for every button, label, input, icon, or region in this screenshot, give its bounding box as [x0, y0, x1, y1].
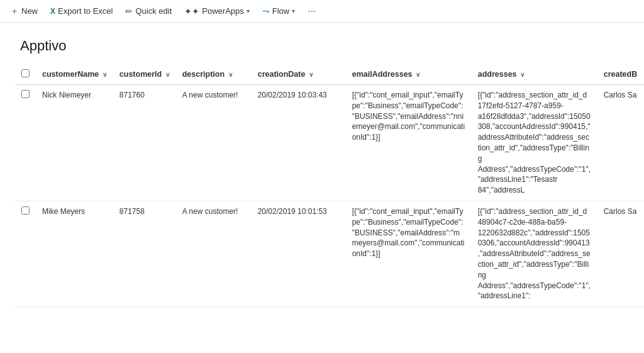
- export-to-excel-button[interactable]: X Export to Excel: [45, 4, 118, 18]
- page-title: Apptivo: [20, 38, 624, 54]
- flow-icon: ⤳: [262, 6, 270, 16]
- row-checkbox-0[interactable]: [21, 90, 30, 98]
- col-header-addresses[interactable]: addresses ∨: [472, 64, 597, 85]
- cell-customerName-1: Mike Meyers: [36, 201, 113, 306]
- pencil-icon: ✏: [125, 6, 133, 16]
- cell-creationDate-1: 20/02/2019 10:01:53: [252, 201, 346, 306]
- sort-icon-description: ∨: [228, 71, 233, 78]
- flow-label: Flow: [272, 6, 289, 16]
- page-title-area: Apptivo: [0, 23, 644, 64]
- cell-emailAddresses-0: [{"id":"cont_email_input","emailType":"B…: [346, 85, 472, 201]
- powerapps-icon: ✦✦: [184, 6, 199, 16]
- col-header-creation-date[interactable]: creationDate ∨: [252, 64, 346, 85]
- cell-addresses-0: [{"id":"address_section_attr_id_d17f2efd…: [472, 85, 597, 201]
- table-body: Nick Niemeyer871760A new customer!20/02/…: [15, 85, 644, 307]
- col-header-customer-name[interactable]: customerName ∨: [36, 64, 113, 85]
- table-row: Mike Meyers871758A new customer!20/02/20…: [15, 201, 644, 306]
- cell-emailAddresses-1: [{"id":"cont_email_input","emailType":"B…: [346, 201, 472, 306]
- table-container: customerName ∨ customerId ∨ description …: [0, 64, 644, 307]
- col-header-email-addresses[interactable]: emailAddresses ∨: [346, 64, 472, 85]
- select-all-checkbox[interactable]: [21, 69, 30, 77]
- cell-createdBy-1: Carlos Sa: [597, 201, 644, 306]
- table-row: Nick Niemeyer871760A new customer!20/02/…: [15, 85, 644, 201]
- sort-icon-email: ∨: [416, 71, 420, 78]
- powerapps-chevron-icon: ▾: [247, 8, 250, 14]
- sort-icon-addresses: ∨: [520, 71, 525, 78]
- cell-customerId-1: 871758: [113, 201, 176, 306]
- powerapps-label: PowerApps: [202, 6, 243, 16]
- col-header-created-by[interactable]: createdB: [597, 64, 644, 85]
- col-header-customer-id[interactable]: customerId ∨: [113, 64, 176, 85]
- table-header-row: customerName ∨ customerId ∨ description …: [15, 64, 644, 85]
- row-checkbox-1[interactable]: [21, 206, 30, 215]
- cell-description-1: A new customer!: [176, 201, 252, 306]
- more-options-button[interactable]: ···: [303, 3, 321, 20]
- flow-button[interactable]: ⤳ Flow ▾: [257, 4, 300, 19]
- export-label: Export to Excel: [58, 6, 113, 16]
- flow-chevron-icon: ▾: [292, 8, 295, 14]
- cell-customerId-0: 871760: [113, 85, 176, 201]
- data-table: customerName ∨ customerId ∨ description …: [15, 64, 644, 307]
- quick-edit-label: Quick edit: [135, 6, 172, 16]
- cell-description-0: A new customer!: [176, 85, 252, 201]
- cell-addresses-1: [{"id":"address_section_attr_id_d48904c7…: [472, 201, 597, 306]
- col-header-description[interactable]: description ∨: [176, 64, 252, 85]
- powerapps-button[interactable]: ✦✦ PowerApps ▾: [179, 4, 254, 19]
- cell-creationDate-0: 20/02/2019 10:03:43: [252, 85, 346, 201]
- plus-icon: ＋: [10, 6, 19, 17]
- cell-createdBy-0: Carlos Sa: [597, 85, 644, 201]
- sort-icon-customer-name: ∨: [103, 71, 107, 78]
- new-label: New: [21, 6, 38, 16]
- toolbar: ＋ New X Export to Excel ✏ Quick edit ✦✦ …: [0, 0, 644, 23]
- excel-icon: X: [50, 7, 55, 16]
- select-all-header[interactable]: [15, 64, 36, 85]
- sort-icon-customer-id: ∨: [165, 71, 170, 78]
- new-button[interactable]: ＋ New: [5, 3, 43, 20]
- sort-icon-creation-date: ∨: [309, 71, 313, 78]
- quick-edit-button[interactable]: ✏ Quick edit: [120, 4, 177, 19]
- cell-customerName-0: Nick Niemeyer: [36, 85, 113, 201]
